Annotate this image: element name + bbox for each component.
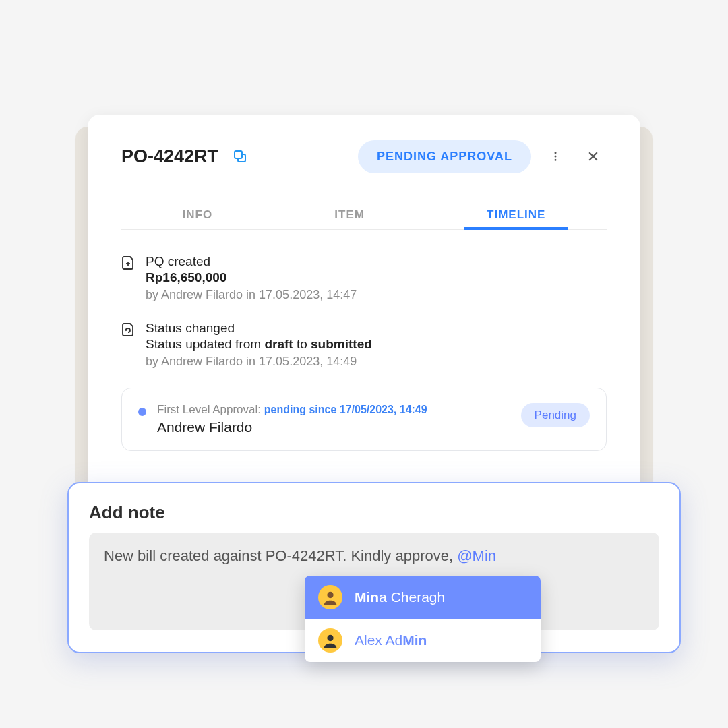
approval-label: First Level Approval: — [157, 403, 264, 416]
tab-info[interactable]: INFO — [166, 202, 229, 229]
tab-timeline[interactable]: TIMELINE — [471, 202, 562, 229]
svg-rect-1 — [235, 151, 242, 158]
mention-item-mina[interactable]: Mina Cheragh — [305, 576, 541, 619]
timeline-status-text: Status updated from draft to submitted — [146, 337, 607, 352]
status-from: draft — [264, 337, 293, 351]
svg-point-2 — [555, 152, 557, 154]
copy-icon[interactable] — [232, 148, 248, 164]
timeline-content: Status changed Status updated from draft… — [146, 321, 607, 369]
note-text: New bill created against PO-4242RT. Kind… — [104, 547, 457, 564]
more-icon[interactable] — [542, 143, 569, 170]
mention-dropdown: Mina Cheragh Alex AdMin — [305, 576, 541, 662]
timeline-item-created: PQ created Rp16,650,000 by Andrew Filard… — [121, 254, 607, 302]
file-plus-icon — [121, 254, 135, 302]
timeline-amount: Rp16,650,000 — [146, 270, 607, 285]
header: PO-4242RT PENDING APPROVAL — [121, 140, 607, 173]
note-mention: @Min — [457, 547, 496, 564]
timeline-content: PQ created Rp16,650,000 by Andrew Filard… — [146, 254, 607, 302]
approval-text: First Level Approval: pending since 17/0… — [157, 403, 510, 435]
timeline-meta: by Andrew Filardo in 17.05.2023, 14:47 — [146, 288, 607, 302]
status-to: submitted — [311, 337, 372, 351]
timeline-title: PQ created — [146, 254, 607, 269]
approval-pending-since: pending since 17/05/2023, 14:49 — [264, 404, 427, 415]
file-refresh-icon — [121, 321, 135, 369]
approval-dot-icon — [138, 408, 146, 416]
mention-item-alex[interactable]: Alex AdMin — [305, 619, 541, 662]
pending-pill: Pending — [521, 403, 590, 427]
add-note-overlay: Add note New bill created against PO-424… — [67, 482, 681, 653]
svg-point-10 — [327, 634, 333, 640]
add-note-title: Add note — [89, 502, 659, 523]
timeline-meta: by Andrew Filardo in 17.05.2023, 14:49 — [146, 355, 607, 369]
mention-name: Alex AdMin — [355, 630, 427, 650]
svg-point-3 — [555, 156, 557, 158]
status-badge: PENDING APPROVAL — [358, 140, 531, 173]
svg-point-4 — [555, 159, 557, 161]
tab-item[interactable]: ITEM — [318, 202, 381, 229]
close-icon[interactable] — [580, 143, 607, 170]
timeline-item-status: Status changed Status updated from draft… — [121, 321, 607, 369]
mention-name: Mina Cheragh — [355, 587, 445, 607]
tabs: INFO ITEM TIMELINE — [121, 202, 607, 230]
note-input[interactable]: New bill created against PO-4242RT. Kind… — [89, 533, 659, 630]
avatar — [318, 585, 342, 609]
approver-name: Andrew Filardo — [157, 419, 510, 435]
timeline-title: Status changed — [146, 321, 607, 336]
avatar — [318, 628, 342, 653]
status-mid: to — [293, 337, 311, 351]
po-number: PO-4242RT — [121, 146, 218, 167]
status-prefix: Status updated from — [146, 337, 264, 351]
approval-box: First Level Approval: pending since 17/0… — [121, 388, 607, 451]
svg-point-9 — [327, 591, 333, 597]
